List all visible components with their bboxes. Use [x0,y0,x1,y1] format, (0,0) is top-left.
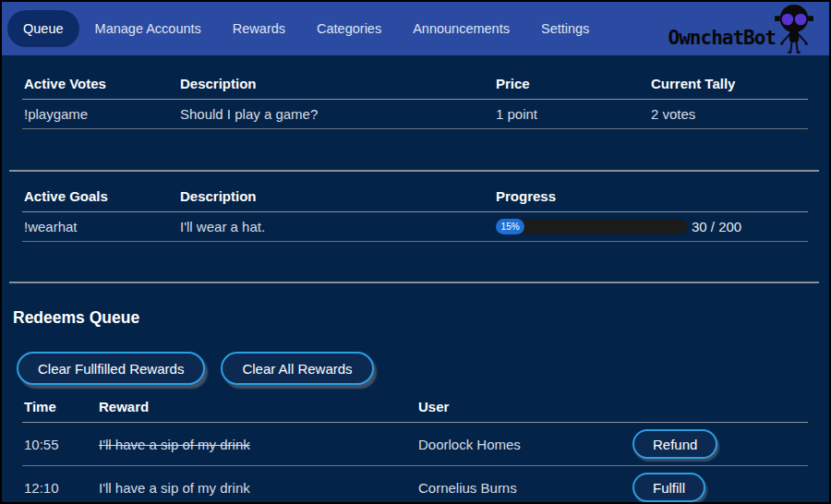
redeem-time: 10:55 [22,423,97,466]
tab-settings[interactable]: Settings [525,10,605,47]
goals-header-description: Description [178,186,494,212]
redeem-reward: I'll have a sip of my drink [97,423,416,466]
tab-announcements[interactable]: Announcements [397,10,525,47]
tab-rewards[interactable]: Rewards [217,10,301,47]
progress-count: 30 / 200 [692,219,741,234]
votes-header-tally: Current Tally [649,74,808,100]
table-row: 10:55 I'll have a sip of my drink Doorlo… [22,423,808,466]
redeems-queue-table: Time Reward User 10:55 I'll have a sip o… [22,397,808,504]
redeem-reward: I'll have a sip of my drink [97,466,416,504]
redeem-time: 12:10 [22,466,97,504]
tab-queue[interactable]: Queue [7,10,79,47]
section-divider [9,170,819,172]
vote-description: Should I play a game? [178,100,494,129]
vote-price: 1 point [494,100,649,129]
redeem-user: Cornelius Burns [416,466,631,504]
clear-all-rewards-button[interactable]: Clear All Rewards [221,352,373,385]
table-row: 12:10 I'll have a sip of my drink Cornel… [22,466,808,504]
refund-button[interactable]: Refund [632,429,717,459]
app-logo: OwnchatBot [668,2,816,55]
redeems-queue-title: Redeems Queue [13,308,829,328]
tab-manage-accounts[interactable]: Manage Accounts [79,10,217,47]
goals-header-command: Active Goals [22,186,178,212]
app-logo-text: OwnchatBot [668,27,776,49]
votes-header-command: Active Votes [22,74,178,100]
tab-categories[interactable]: Categories [301,10,397,47]
vote-command: !playgame [22,100,178,129]
clear-fulfilled-rewards-button[interactable]: Clear Fullfilled Rewards [17,352,205,385]
table-row: !wearhat I'll wear a hat. 15% 30 / 200 [22,212,808,242]
redeems-header-reward: Reward [97,397,416,423]
redeems-header-user: User [416,397,631,423]
robot-mascot-icon [772,3,816,55]
goal-progress: 15% 30 / 200 [496,219,808,234]
goal-description: I'll wear a hat. [178,212,494,242]
votes-header-description: Description [178,74,494,100]
main-content: Active Votes Description Price Current T… [2,74,829,504]
redeems-toolbar: Clear Fullfilled Rewards Clear All Rewar… [17,352,829,385]
votes-header-price: Price [494,74,649,100]
vote-tally: 2 votes [649,100,808,129]
fulfill-button[interactable]: Fulfill [632,473,705,502]
navbar: Queue Manage Accounts Rewards Categories… [2,2,829,55]
goal-command: !wearhat [22,212,178,242]
goals-header-progress: Progress [494,186,808,212]
active-goals-table: Active Goals Description Progress !wearh… [22,186,808,242]
progress-bar-track: 15% [496,219,688,234]
table-row: !playgame Should I play a game? 1 point … [22,100,808,129]
section-divider [9,282,819,283]
redeem-user: Doorlock Homes [416,423,631,466]
redeems-header-time: Time [22,397,97,423]
progress-bar-fill: 15% [496,219,524,234]
active-votes-table: Active Votes Description Price Current T… [22,74,808,129]
redeems-header-action [631,397,808,423]
